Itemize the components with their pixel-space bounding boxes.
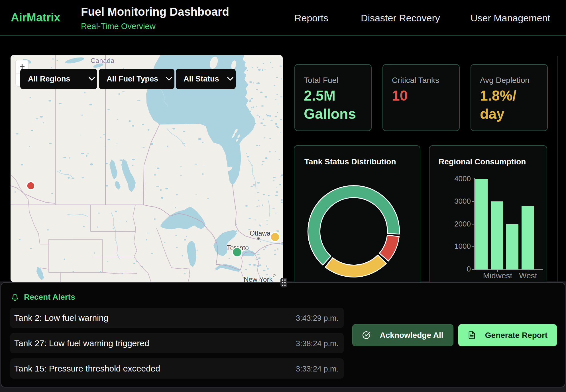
svg-text:1000: 1000 — [454, 242, 471, 250]
svg-text:Ottawa: Ottawa — [250, 230, 270, 237]
svg-text:Midwest: Midwest — [483, 271, 512, 280]
svg-text:New York: New York — [244, 275, 273, 282]
svg-text:2000: 2000 — [454, 220, 471, 228]
svg-text:West: West — [519, 271, 537, 280]
svg-text:4000: 4000 — [454, 174, 471, 183]
svg-text:Canada: Canada — [91, 57, 115, 64]
svg-text:0: 0 — [467, 265, 471, 273]
svg-text:3000: 3000 — [454, 197, 471, 205]
